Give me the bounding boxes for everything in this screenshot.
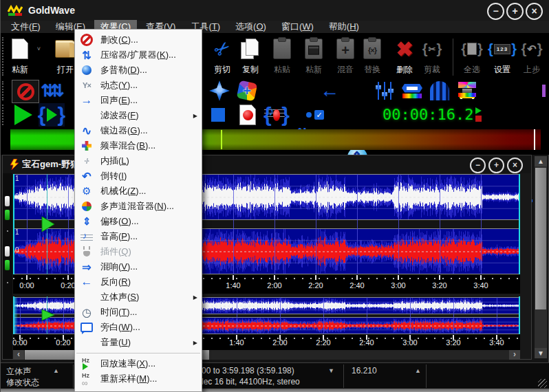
menu-item-内插[interactable]: 内插(L) — [75, 153, 202, 168]
toolbar-button-label: 删除 — [389, 64, 420, 76]
play-icon[interactable] — [10, 103, 36, 127]
record-icon[interactable] — [263, 103, 290, 127]
toolbar-button-设置[interactable]: {123}设置 — [487, 36, 517, 77]
menu-item-label: 立体声(S) — [100, 291, 139, 303]
monitor-check-icon[interactable] — [302, 103, 328, 127]
menu-item-立体声[interactable]: 立体声(S)▶ — [75, 290, 202, 305]
menubar-item[interactable]: 文件(F) — [5, 20, 47, 34]
doc-minimize-button[interactable]: − — [470, 157, 486, 173]
time-label: 0:20 — [56, 338, 70, 347]
menu-item-label: 混响(V)... — [100, 261, 138, 273]
menu-item-混响[interactable]: 混响(V)... — [75, 259, 202, 274]
menu-item-回声[interactable]: 回声(E)... — [75, 93, 202, 108]
copy-icon — [238, 37, 263, 61]
menubar-item[interactable]: 帮助(H) — [323, 20, 365, 34]
toolbar-button-label: 全选 — [457, 64, 487, 76]
stop-icon[interactable] — [205, 103, 231, 127]
menu-item-音量[interactable]: 音量(U)▶ — [75, 335, 202, 350]
toolbar-separator — [453, 39, 453, 76]
play-selection-icon[interactable] — [39, 103, 65, 127]
dynamics-icon — [79, 78, 94, 92]
major-tick — [274, 275, 275, 280]
menu-item-多声道混音器[interactable]: 多声道混音器(N)... — [75, 199, 202, 214]
organ-gate-icon[interactable] — [428, 80, 451, 102]
menu-item-压缩器/扩展器[interactable]: 压缩器/扩展器(K)... — [75, 47, 202, 63]
equalizer-sliders-icon[interactable] — [373, 80, 396, 102]
channel-mode-arrow-icon[interactable]: ▲ — [53, 367, 59, 374]
menu-item-反向[interactable]: 反向(R) — [75, 274, 202, 290]
playback-rate-icon — [79, 357, 94, 371]
position-arrow-icon[interactable]: ▲ — [415, 367, 421, 374]
menu-item-时间[interactable]: 时间(T)... — [75, 305, 202, 320]
menu-item-偏移[interactable]: 偏移(O)... — [75, 214, 202, 229]
spectrum-machine-icon[interactable] — [455, 80, 479, 102]
toolbar-button-粘新[interactable]: ˅粘新 — [5, 36, 35, 77]
clipped-icon[interactable] — [539, 80, 548, 102]
menu-item-多普勒[interactable]: 多普勒(D)... — [75, 63, 202, 78]
time-display-value: 00:00:16.2 — [383, 106, 473, 123]
menu-item-动态[interactable]: 动态(Y)... — [75, 78, 202, 93]
status-divider — [73, 364, 74, 388]
menu-item-倒转[interactable]: 倒转(I) — [75, 168, 202, 184]
document-icon — [10, 159, 19, 171]
close-button[interactable]: × — [526, 3, 543, 20]
menu-item-重新采样[interactable]: 重新采样(M)... — [75, 371, 202, 386]
left-arrow-icon[interactable] — [318, 80, 341, 102]
toolbar-button-复制[interactable]: 复制 — [235, 36, 266, 77]
major-tick — [356, 275, 358, 280]
menu-item-label: 频率混合(B)... — [100, 140, 155, 152]
record-dot-icon — [273, 109, 281, 121]
scroll-left-arrow-icon[interactable]: ‹ — [13, 350, 24, 360]
compress-arrows-icon[interactable] — [41, 80, 64, 102]
pitch-icon — [79, 230, 94, 243]
hexagon-spectrum-icon[interactable] — [400, 80, 424, 102]
record-new-icon[interactable] — [235, 103, 261, 127]
scroll-up-arrow-icon[interactable]: ▲ — [535, 156, 547, 166]
dropdown-chevron-icon[interactable]: ˅ — [37, 45, 41, 52]
channel-fader-strip[interactable] — [3, 173, 12, 359]
fader-knob-green[interactable] — [5, 210, 10, 220]
color-mix-icon[interactable] — [235, 80, 259, 102]
scroll-down-arrow-icon[interactable]: ▼ — [535, 348, 547, 358]
menu-item-音高[interactable]: 音高(P)... — [75, 229, 202, 244]
fader-knob-white[interactable] — [5, 196, 10, 206]
selection-dropdown-arrow-icon[interactable]: ▼ — [328, 367, 334, 374]
major-tick — [398, 275, 399, 280]
prohibit-icon[interactable] — [12, 80, 39, 103]
toolbar-button-删除[interactable]: 删除 — [389, 36, 420, 77]
doc-close-button[interactable]: × — [507, 157, 523, 173]
toolbar-button-剪切[interactable]: 剪切 — [207, 36, 237, 77]
amplitude-label: 1 — [15, 228, 19, 236]
maximize-button[interactable]: + — [506, 3, 524, 20]
fader-knob-green[interactable] — [5, 260, 10, 270]
menu-item-滤波器[interactable]: 滤波器(F)▶ — [75, 108, 202, 123]
selection-range-value: 00 to 3:59.198 (3:59.198) — [202, 366, 294, 375]
effects-menu: 删改(C)...压缩器/扩展器(K)...多普勒(D)...动态(Y)...回声… — [74, 29, 202, 392]
time-label: 2:00 — [272, 338, 287, 347]
menu-item-镶边器[interactable]: 镶边器(G)... — [75, 123, 202, 138]
minimize-button[interactable]: − — [487, 3, 504, 20]
menu-item-删改[interactable]: 删改(C)... — [75, 32, 202, 47]
doc-maximize-button[interactable]: + — [488, 157, 504, 173]
menu-item-回放速率[interactable]: 回放速率(X)... — [75, 356, 202, 371]
star-burst-icon[interactable] — [208, 80, 231, 102]
menu-item-label: 回声(E)... — [100, 94, 138, 107]
menu-item-机械化[interactable]: 机械化(Z)... — [75, 184, 202, 199]
menubar-item[interactable]: 选项(O) — [229, 20, 272, 34]
vertical-scroll-thumb[interactable] — [535, 168, 546, 309]
submenu-arrow-icon: ▶ — [193, 340, 197, 346]
scroll-right-arrow-icon[interactable]: › — [509, 350, 520, 360]
paste-new-icon — [301, 37, 326, 61]
menubar-item[interactable]: 窗口(W) — [275, 20, 320, 34]
amplitude-label: 0 — [15, 246, 19, 254]
channel-mode-label[interactable]: 立体声 — [6, 366, 31, 378]
major-tick — [26, 275, 28, 280]
fader-knob-white[interactable] — [5, 246, 10, 257]
menu-item-旁白[interactable]: 旁白(W)... — [75, 320, 202, 335]
time-label: 2:40 — [349, 281, 364, 290]
toolbar-button-label: 复制 — [235, 64, 266, 76]
vertical-scrollbar[interactable]: ▲ ▼ — [535, 156, 547, 358]
menu-item-频率混合[interactable]: 频率混合(B)... — [75, 138, 202, 153]
major-tick — [233, 275, 234, 280]
resize-grip[interactable] — [538, 379, 547, 388]
